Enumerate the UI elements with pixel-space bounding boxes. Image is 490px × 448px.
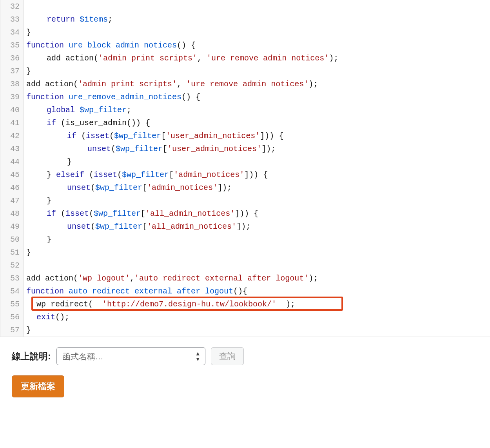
code-line[interactable]: wp_redirect( 'http://demo7.design-hu.tw/… <box>26 298 490 311</box>
code-line[interactable]: add_action('admin_print_scripts', 'ure_r… <box>26 78 490 91</box>
code-line[interactable]: add_action('admin_print_scripts', 'ure_r… <box>26 52 490 65</box>
line-number: 54 <box>4 285 20 298</box>
code-line[interactable]: } <box>26 324 490 337</box>
lookup-row: 線上說明: 函式名稱… ▲▼ 查詢 <box>12 347 244 365</box>
line-number: 51 <box>4 246 20 259</box>
code-line[interactable]: } elseif (isset($wp_filter['admin_notice… <box>26 168 490 181</box>
query-button[interactable]: 查詢 <box>211 347 244 365</box>
update-file-button[interactable]: 更新檔案 <box>12 375 64 397</box>
line-number: 55 <box>4 298 20 311</box>
line-number: 42 <box>4 129 20 142</box>
line-number: 38 <box>4 78 20 91</box>
code-line[interactable]: unset($wp_filter['admin_notices']); <box>26 181 490 194</box>
line-number: 48 <box>4 207 20 220</box>
line-number: 56 <box>4 311 20 324</box>
line-number: 40 <box>4 104 20 117</box>
code-line[interactable]: } <box>26 65 490 78</box>
code-line[interactable]: } <box>26 194 490 207</box>
code-line[interactable]: if (is_user_admin()) { <box>26 117 490 129</box>
code-line[interactable]: unset($wp_filter['all_admin_notices']); <box>26 220 490 233</box>
line-number-gutter: 3233343536373839404142434445464748495051… <box>0 0 24 337</box>
code-line[interactable]: } <box>26 26 490 39</box>
line-number: 57 <box>4 324 20 337</box>
line-number: 53 <box>4 272 20 285</box>
line-number: 32 <box>4 0 20 13</box>
line-number: 43 <box>4 142 20 155</box>
code-line[interactable]: } <box>26 155 490 168</box>
line-number: 45 <box>4 168 20 181</box>
line-number: 34 <box>4 26 20 39</box>
code-line[interactable]: } <box>26 233 490 246</box>
code-editor[interactable]: 3233343536373839404142434445464748495051… <box>0 0 490 337</box>
code-line[interactable]: function ure_remove_admin_notices() { <box>26 91 490 104</box>
line-number: 46 <box>4 181 20 194</box>
line-number: 37 <box>4 65 20 78</box>
code-line[interactable] <box>26 259 490 272</box>
line-number: 52 <box>4 259 20 272</box>
function-name-select[interactable]: 函式名稱… <box>56 347 205 365</box>
line-number: 33 <box>4 13 20 26</box>
code-line[interactable]: if (isset($wp_filter['user_admin_notices… <box>26 129 490 142</box>
code-line[interactable]: } <box>26 246 490 259</box>
code-content[interactable]: return $items;}function ure_block_admin_… <box>24 0 490 337</box>
code-line[interactable]: add_action('wp_logout','auto_redirect_ex… <box>26 272 490 285</box>
line-number: 39 <box>4 91 20 104</box>
code-line[interactable]: global $wp_filter; <box>26 104 490 117</box>
line-number: 44 <box>4 155 20 168</box>
code-line[interactable]: function ure_block_admin_notices() { <box>26 39 490 52</box>
code-line[interactable]: exit(); <box>26 311 490 324</box>
line-number: 36 <box>4 52 20 65</box>
line-number: 50 <box>4 233 20 246</box>
line-number: 41 <box>4 117 20 129</box>
code-line[interactable]: if (isset($wp_filter['all_admin_notices'… <box>26 207 490 220</box>
code-line[interactable] <box>26 0 490 13</box>
function-select-wrap: 函式名稱… ▲▼ <box>56 347 205 365</box>
code-line[interactable]: return $items; <box>26 13 490 26</box>
line-number: 49 <box>4 220 20 233</box>
lookup-label: 線上說明: <box>12 350 51 362</box>
line-number: 47 <box>4 194 20 207</box>
code-line[interactable]: unset($wp_filter['user_admin_notices']); <box>26 142 490 155</box>
code-line[interactable]: function auto_redirect_external_after_lo… <box>26 285 490 298</box>
editor-controls: 線上說明: 函式名稱… ▲▼ 查詢 更新檔案 <box>0 337 490 409</box>
line-number: 35 <box>4 39 20 52</box>
